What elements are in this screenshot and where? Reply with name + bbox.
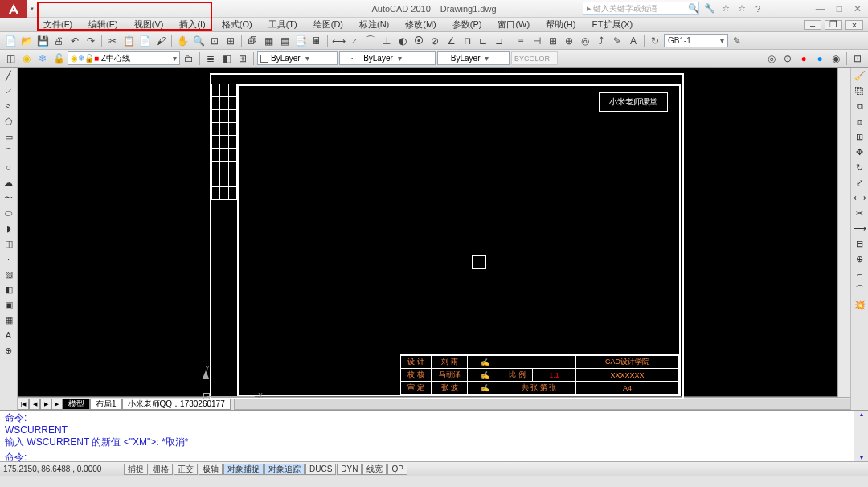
copy-obj-icon[interactable]: ⿻	[854, 84, 866, 97]
tab-layout1[interactable]: 布局1	[90, 399, 122, 410]
dim-inspect-icon[interactable]: ◎	[578, 34, 592, 48]
move-icon[interactable]: ✥	[854, 145, 866, 158]
layer-selector[interactable]: ◉❄🔓■ Z中心线	[68, 51, 180, 65]
tab-first-button[interactable]: |◀	[18, 399, 29, 410]
rect-icon[interactable]: ▭	[2, 130, 15, 143]
menu-draw[interactable]: 绘图(D)	[305, 18, 351, 31]
dim-style-icon[interactable]: ✎	[730, 34, 744, 48]
close-button[interactable]: ✕	[854, 3, 862, 14]
render-btn2-icon[interactable]: ⊙	[780, 51, 795, 66]
infocenter-search-input[interactable]: 键入关键字或短语	[583, 2, 699, 15]
menu-dim[interactable]: 标注(N)	[351, 18, 397, 31]
redo-icon[interactable]: ↷	[84, 34, 98, 48]
search-icon[interactable]: 🔍	[688, 3, 699, 14]
layer-state-icon[interactable]: 🗀	[182, 51, 196, 66]
zoom-prev-icon[interactable]: ⊞	[223, 34, 238, 48]
ellipse-icon[interactable]: ⬭	[2, 207, 15, 219]
layer-iso-icon[interactable]: ◧	[219, 51, 234, 66]
color-selector[interactable]: ByLayer	[257, 51, 338, 65]
menu-edit[interactable]: 编辑(E)	[80, 18, 126, 31]
layer-lock-icon[interactable]: 🔓	[51, 51, 66, 66]
dc-icon[interactable]: ▦	[261, 34, 276, 48]
chamfer-icon[interactable]: ⌐	[854, 268, 866, 280]
sheet-icon[interactable]: 📑	[293, 34, 308, 48]
canvas-hscrollbar[interactable]	[234, 399, 850, 410]
render-btn1-icon[interactable]: ◎	[764, 51, 779, 66]
menu-window[interactable]: 窗口(W)	[489, 18, 538, 31]
table-icon[interactable]: ▦	[2, 313, 15, 326]
dim-center-icon[interactable]: ⊕	[562, 34, 576, 48]
ellipsearc-icon[interactable]: ◗	[2, 222, 15, 235]
toggle-lwt[interactable]: 线宽	[362, 464, 387, 475]
dim-arc-icon[interactable]: ⌒	[363, 34, 378, 48]
favorites-icon[interactable]: ☆	[720, 3, 731, 14]
menu-file[interactable]: 文件(F)	[35, 18, 80, 31]
layer-props-icon[interactable]: ◫	[3, 51, 18, 66]
undo-icon[interactable]: ↶	[68, 34, 82, 48]
menu-param[interactable]: 参数(P)	[444, 18, 490, 31]
save-icon[interactable]: 💾	[35, 34, 50, 48]
line-icon[interactable]: ╱	[2, 69, 15, 82]
tab-next-button[interactable]: ▶	[40, 399, 51, 410]
render-btn4-icon[interactable]: ●	[813, 51, 827, 66]
rotate-icon[interactable]: ↻	[854, 161, 866, 174]
drawing-canvas[interactable]: 小米老师课堂 设 计刘 雨✍CAD设计学院 校 核马朝泽✍比 例1:1XXXXX…	[18, 68, 837, 397]
dim-jogline-icon[interactable]: ⤴	[594, 34, 608, 48]
plot-icon[interactable]: 🖨	[51, 34, 66, 48]
stretch-icon[interactable]: ⟷	[854, 191, 866, 204]
tab-model[interactable]: 模型	[63, 399, 90, 410]
layer-freeze-icon[interactable]: ❄	[35, 51, 50, 66]
dim-base-icon[interactable]: ⊏	[476, 34, 490, 48]
addsel-icon[interactable]: ⊕	[2, 344, 15, 357]
tab-last-button[interactable]: ▶|	[51, 399, 63, 410]
cut-icon[interactable]: ✂	[105, 34, 120, 48]
dim-jog-icon[interactable]: ⦿	[411, 34, 426, 48]
dim-linear-icon[interactable]: ⟷	[331, 34, 346, 48]
toggle-snap[interactable]: 捕捉	[124, 464, 148, 475]
zoom-win-icon[interactable]: ⊡	[207, 34, 222, 48]
toggle-ducs[interactable]: DUCS	[305, 464, 336, 475]
menu-tools[interactable]: 工具(T)	[260, 18, 305, 31]
open-icon[interactable]: 📂	[19, 34, 34, 48]
offset-icon[interactable]: ⧈	[854, 115, 866, 128]
menu-view[interactable]: 视图(V)	[126, 18, 172, 31]
tab-prev-button[interactable]: ◀	[29, 399, 40, 410]
dim-tedit-icon[interactable]: A	[626, 34, 641, 48]
menu-format[interactable]: 格式(O)	[214, 18, 260, 31]
tab-custom[interactable]: 小米老师QQ：1730260177	[122, 399, 231, 410]
calc-icon[interactable]: 🖩	[309, 34, 324, 48]
copy-icon[interactable]: 📋	[121, 34, 136, 48]
render-btn6-icon[interactable]: ⊡	[850, 51, 865, 66]
circle-icon[interactable]: ○	[2, 161, 15, 174]
dim-rad-icon[interactable]: ◐	[395, 34, 410, 48]
lineweight-selector[interactable]: — ByLayer	[437, 51, 510, 65]
dim-ang-icon[interactable]: ∠	[444, 34, 458, 48]
toggle-otrack[interactable]: 对象追踪	[264, 464, 305, 475]
render-btn3-icon[interactable]: ●	[796, 51, 811, 66]
layer-prev-icon[interactable]: ≣	[203, 51, 218, 66]
gradient-icon[interactable]: ◧	[2, 283, 15, 296]
menu-et[interactable]: ET扩展(X)	[583, 18, 641, 31]
props-icon[interactable]: 🗊	[245, 34, 260, 48]
layer-merge-icon[interactable]: ⊞	[235, 51, 250, 66]
pline-icon[interactable]: ⺀	[2, 100, 15, 113]
toggle-grid[interactable]: 栅格	[149, 464, 173, 475]
favorites-icon[interactable]: ☆	[736, 3, 747, 14]
toggle-dyn[interactable]: DYN	[337, 464, 362, 475]
menu-help[interactable]: 帮助(H)	[538, 18, 583, 31]
menu-modify[interactable]: 修改(M)	[397, 18, 444, 31]
hatch-icon[interactable]: ▨	[2, 268, 15, 280]
point-icon[interactable]: ·	[2, 252, 15, 265]
mdi-close-button[interactable]: ×	[845, 20, 863, 30]
render-btn5-icon[interactable]: ◉	[829, 51, 843, 66]
scale-icon[interactable]: ⤢	[854, 176, 866, 189]
xline-icon[interactable]: ⟋	[2, 84, 15, 97]
cmd-scrollbar[interactable]: ▴▾	[854, 411, 868, 461]
dim-dia-icon[interactable]: ⊘	[428, 34, 442, 48]
tool-pal-icon[interactable]: ▤	[277, 34, 292, 48]
linetype-selector[interactable]: — · — ByLayer	[339, 51, 436, 65]
mdi-restore-button[interactable]: ❐	[825, 20, 842, 30]
dim-update-icon[interactable]: ↻	[648, 34, 662, 48]
toggle-ortho[interactable]: 正交	[174, 464, 198, 475]
revcloud-icon[interactable]: ☁	[2, 176, 15, 189]
